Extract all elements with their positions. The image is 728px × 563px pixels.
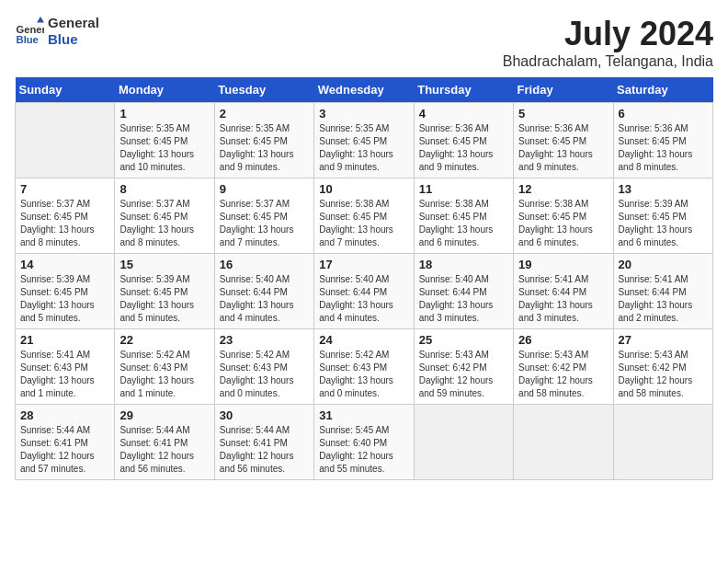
calendar-cell: 31Sunrise: 5:45 AMSunset: 6:40 PMDayligh… [314,405,414,480]
day-number: 16 [220,258,309,271]
calendar-cell: 18Sunrise: 5:40 AMSunset: 6:44 PMDayligh… [414,254,513,329]
day-info: Sunrise: 5:36 AMSunset: 6:45 PMDaylight:… [419,122,508,174]
day-info: Sunrise: 5:40 AMSunset: 6:44 PMDaylight:… [220,273,309,325]
day-info: Sunrise: 5:38 AMSunset: 6:45 PMDaylight:… [518,198,608,249]
day-number: 30 [220,408,309,422]
calendar-cell: 8Sunrise: 5:37 AMSunset: 6:45 PMDaylight… [115,178,214,254]
calendar-cell: 13Sunrise: 5:39 AMSunset: 6:45 PMDayligh… [613,178,712,254]
svg-text:Blue: Blue [17,34,39,45]
calendar-cell [414,405,513,480]
calendar-cell: 23Sunrise: 5:42 AMSunset: 6:43 PMDayligh… [214,329,313,405]
day-info: Sunrise: 5:40 AMSunset: 6:44 PMDaylight:… [319,273,408,325]
day-number: 9 [220,182,309,196]
title-block: July 2024 Bhadrachalam, Telangana, India [503,15,713,70]
day-info: Sunrise: 5:44 AMSunset: 6:41 PMDaylight:… [220,424,309,476]
day-info: Sunrise: 5:39 AMSunset: 6:45 PMDaylight:… [20,273,109,325]
day-info: Sunrise: 5:43 AMSunset: 6:42 PMDaylight:… [619,349,708,400]
calendar-cell: 12Sunrise: 5:38 AMSunset: 6:45 PMDayligh… [514,178,613,254]
calendar-week-3: 14Sunrise: 5:39 AMSunset: 6:45 PMDayligh… [16,254,713,329]
day-info: Sunrise: 5:41 AMSunset: 6:44 PMDaylight:… [518,273,608,325]
svg-text:General: General [17,24,44,35]
day-info: Sunrise: 5:41 AMSunset: 6:44 PMDaylight:… [619,273,708,325]
day-number: 18 [419,258,508,271]
calendar-week-1: 1Sunrise: 5:35 AMSunset: 6:45 PMDaylight… [16,103,713,178]
day-number: 15 [119,258,209,271]
day-info: Sunrise: 5:42 AMSunset: 6:43 PMDaylight:… [319,349,408,400]
day-number: 10 [319,182,408,196]
calendar-cell: 20Sunrise: 5:41 AMSunset: 6:44 PMDayligh… [613,254,712,329]
logo-line1: General [48,15,99,31]
day-number: 26 [518,333,608,347]
day-number: 13 [619,182,708,196]
day-number: 12 [518,182,608,196]
day-info: Sunrise: 5:42 AMSunset: 6:43 PMDaylight:… [119,349,209,400]
calendar-cell: 29Sunrise: 5:44 AMSunset: 6:41 PMDayligh… [115,405,214,480]
page-title: July 2024 [503,15,713,53]
day-info: Sunrise: 5:41 AMSunset: 6:43 PMDaylight:… [20,349,109,400]
calendar-cell: 6Sunrise: 5:36 AMSunset: 6:45 PMDaylight… [613,103,712,178]
calendar-cell: 16Sunrise: 5:40 AMSunset: 6:44 PMDayligh… [214,254,313,329]
day-number: 4 [419,107,508,121]
calendar-week-2: 7Sunrise: 5:37 AMSunset: 6:45 PMDaylight… [16,178,713,254]
day-info: Sunrise: 5:35 AMSunset: 6:45 PMDaylight:… [319,122,408,174]
calendar-cell: 17Sunrise: 5:40 AMSunset: 6:44 PMDayligh… [314,254,414,329]
day-info: Sunrise: 5:36 AMSunset: 6:45 PMDaylight:… [619,122,708,174]
day-info: Sunrise: 5:38 AMSunset: 6:45 PMDaylight:… [419,198,508,249]
day-number: 3 [319,107,408,121]
calendar-cell [16,103,115,178]
day-number: 28 [20,408,109,422]
day-info: Sunrise: 5:43 AMSunset: 6:42 PMDaylight:… [419,349,508,400]
column-header-saturday: Saturday [613,77,712,103]
calendar-cell: 19Sunrise: 5:41 AMSunset: 6:44 PMDayligh… [514,254,613,329]
day-number: 25 [419,333,508,347]
day-number: 17 [319,258,408,271]
day-number: 14 [20,258,109,271]
day-number: 21 [20,333,109,347]
day-info: Sunrise: 5:44 AMSunset: 6:41 PMDaylight:… [20,424,109,476]
logo-line2: Blue [48,31,99,48]
day-number: 19 [518,258,608,271]
column-header-monday: Monday [115,77,214,103]
column-header-wednesday: Wednesday [314,77,414,103]
day-number: 23 [220,333,309,347]
calendar-header-row: SundayMondayTuesdayWednesdayThursdayFrid… [16,77,713,103]
day-info: Sunrise: 5:43 AMSunset: 6:42 PMDaylight:… [518,349,608,400]
calendar-cell: 22Sunrise: 5:42 AMSunset: 6:43 PMDayligh… [115,329,214,405]
day-info: Sunrise: 5:40 AMSunset: 6:44 PMDaylight:… [419,273,508,325]
day-info: Sunrise: 5:39 AMSunset: 6:45 PMDaylight:… [119,273,209,325]
day-info: Sunrise: 5:37 AMSunset: 6:45 PMDaylight:… [220,198,309,249]
svg-marker-2 [37,17,44,22]
calendar-week-5: 28Sunrise: 5:44 AMSunset: 6:41 PMDayligh… [16,405,713,480]
day-info: Sunrise: 5:36 AMSunset: 6:45 PMDaylight:… [518,122,608,174]
day-info: Sunrise: 5:42 AMSunset: 6:43 PMDaylight:… [220,349,309,400]
calendar-cell [613,405,712,480]
calendar-week-4: 21Sunrise: 5:41 AMSunset: 6:43 PMDayligh… [16,329,713,405]
calendar-cell: 24Sunrise: 5:42 AMSunset: 6:43 PMDayligh… [314,329,414,405]
calendar-cell: 14Sunrise: 5:39 AMSunset: 6:45 PMDayligh… [16,254,115,329]
calendar-cell: 10Sunrise: 5:38 AMSunset: 6:45 PMDayligh… [314,178,414,254]
day-number: 11 [419,182,508,196]
calendar-cell: 9Sunrise: 5:37 AMSunset: 6:45 PMDaylight… [214,178,313,254]
calendar-cell: 1Sunrise: 5:35 AMSunset: 6:45 PMDaylight… [115,103,214,178]
calendar-cell: 30Sunrise: 5:44 AMSunset: 6:41 PMDayligh… [214,405,313,480]
calendar-cell: 28Sunrise: 5:44 AMSunset: 6:41 PMDayligh… [16,405,115,480]
column-header-friday: Friday [514,77,613,103]
calendar-cell: 5Sunrise: 5:36 AMSunset: 6:45 PMDaylight… [514,103,613,178]
column-header-sunday: Sunday [16,77,115,103]
logo: General Blue General Blue [15,15,99,48]
day-number: 27 [619,333,708,347]
day-info: Sunrise: 5:37 AMSunset: 6:45 PMDaylight:… [20,198,109,249]
logo-icon: General Blue [15,17,44,46]
day-number: 24 [319,333,408,347]
day-number: 2 [220,107,309,121]
day-number: 7 [20,182,109,196]
calendar-cell: 11Sunrise: 5:38 AMSunset: 6:45 PMDayligh… [414,178,513,254]
day-info: Sunrise: 5:37 AMSunset: 6:45 PMDaylight:… [119,198,209,249]
day-info: Sunrise: 5:45 AMSunset: 6:40 PMDaylight:… [319,424,408,476]
page-subtitle: Bhadrachalam, Telangana, India [503,53,713,70]
column-header-thursday: Thursday [414,77,513,103]
day-number: 5 [518,107,608,121]
column-header-tuesday: Tuesday [214,77,313,103]
calendar-cell: 2Sunrise: 5:35 AMSunset: 6:45 PMDaylight… [214,103,313,178]
day-info: Sunrise: 5:38 AMSunset: 6:45 PMDaylight:… [319,198,408,249]
